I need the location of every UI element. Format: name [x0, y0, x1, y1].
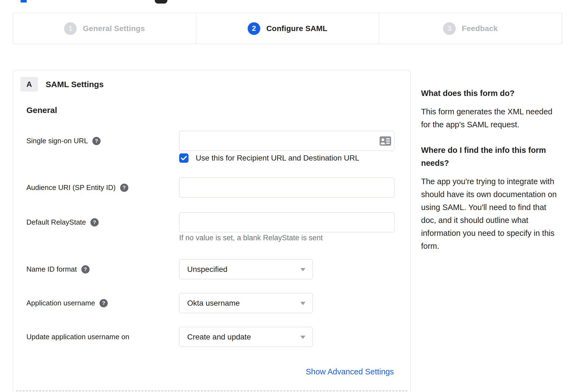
- update-app-username-label: Update application username on: [26, 327, 129, 347]
- step-1-label: General Settings: [83, 24, 145, 33]
- audience-uri-help-icon[interactable]: ?: [120, 184, 128, 192]
- update-app-username-value: Create and update: [187, 333, 251, 341]
- application-username-help-icon[interactable]: ?: [99, 299, 108, 307]
- update-app-username-select[interactable]: Create and update: [179, 327, 313, 347]
- step-general-settings[interactable]: 1 General Settings: [13, 13, 196, 44]
- section-divider: [16, 390, 408, 391]
- sso-url-help-icon[interactable]: ?: [92, 137, 101, 145]
- caret-down-icon: [300, 302, 305, 305]
- saml-settings-panel: A SAML Settings General Single sign-on U…: [13, 70, 411, 392]
- sso-url-label: Single sign-on URL ?: [26, 131, 101, 151]
- sidebar-heading-where: Where do I find the info this form needs…: [421, 144, 563, 170]
- sidebar-body-what: This form generates the XML needed for t…: [421, 105, 563, 131]
- caret-down-icon: [300, 336, 305, 339]
- section-a-badge: A: [20, 77, 38, 92]
- audience-uri-input[interactable]: [179, 178, 394, 198]
- sso-url-input[interactable]: [179, 131, 394, 151]
- application-username-select[interactable]: Okta username: [179, 293, 313, 313]
- cropped-title-fragment: [21, 0, 27, 2]
- default-relaystate-label: Default RelayState ?: [26, 212, 99, 232]
- default-relaystate-help-icon[interactable]: ?: [90, 218, 99, 227]
- audience-uri-label: Audience URI (SP Entity ID) ?: [26, 178, 128, 198]
- sidebar-body-where: The app you're trying to integrate with …: [421, 175, 563, 253]
- name-id-format-label: Name ID format ?: [26, 259, 90, 279]
- help-sidebar: What does this form do? This form genera…: [421, 87, 563, 265]
- panel-title: SAML Settings: [46, 80, 104, 89]
- step-2-label: Configure SAML: [266, 24, 327, 33]
- recipient-url-checkbox[interactable]: [179, 153, 189, 163]
- caret-down-icon: [300, 268, 305, 271]
- show-advanced-settings-link[interactable]: Show Advanced Settings: [306, 367, 394, 376]
- step-configure-saml[interactable]: 2 Configure SAML: [196, 13, 379, 44]
- name-id-format-help-icon[interactable]: ?: [81, 265, 90, 274]
- step-3-label: Feedback: [462, 24, 498, 33]
- step-1-circle: 1: [64, 22, 77, 35]
- step-3-circle: 3: [443, 22, 456, 35]
- name-id-format-value: Unspecified: [187, 265, 227, 274]
- panel-header: A SAML Settings: [20, 77, 104, 92]
- checkmark-icon: [181, 156, 187, 161]
- wizard-stepper: 1 General Settings 2 Configure SAML 3 Fe…: [13, 13, 562, 44]
- sidebar-heading-what: What does this form do?: [421, 87, 563, 100]
- name-id-format-select[interactable]: Unspecified: [179, 259, 313, 279]
- relaystate-helper-text: If no value is set, a blank RelayState i…: [179, 234, 323, 242]
- step-2-circle: 2: [248, 22, 260, 35]
- recipient-url-checkbox-row: Use this for Recipient URL and Destinati…: [179, 153, 359, 163]
- recipient-url-checkbox-label: Use this for Recipient URL and Destinati…: [196, 154, 359, 162]
- cropped-logo-fragment: [155, 0, 167, 4]
- general-section-heading: General: [26, 106, 57, 115]
- application-username-label: Application username ?: [26, 293, 108, 313]
- default-relaystate-input[interactable]: [179, 212, 394, 232]
- application-username-value: Okta username: [187, 299, 240, 308]
- step-feedback[interactable]: 3 Feedback: [379, 13, 562, 44]
